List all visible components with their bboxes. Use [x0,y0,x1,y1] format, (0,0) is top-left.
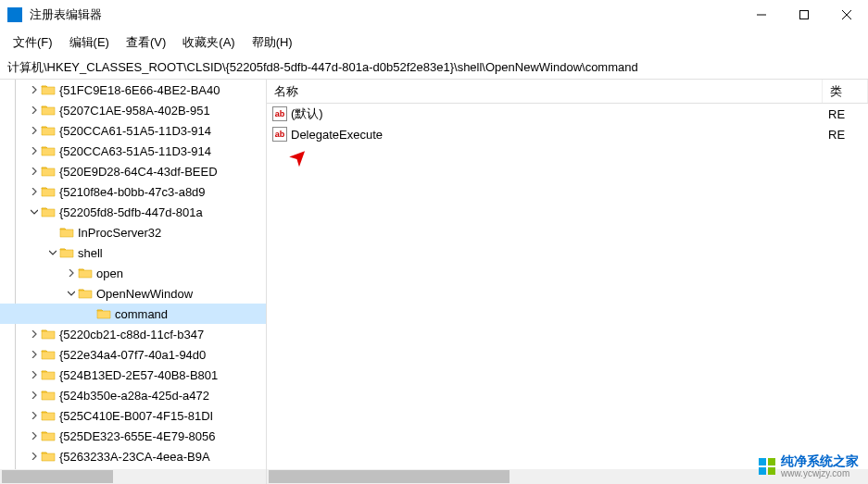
chevron-right-icon[interactable] [28,165,41,178]
folder-icon [41,389,56,402]
menu-file[interactable]: 文件(F) [6,31,60,55]
folder-icon [41,185,56,198]
tree-item[interactable]: {520CCA61-51A5-11D3-914 [0,120,266,141]
list-scrollbar[interactable] [267,469,868,484]
tree-item[interactable]: {52205fd8-5dfb-447d-801a [0,202,266,222]
titlebar: 注册表编辑器 [0,0,868,30]
tree-item[interactable]: InProcServer32 [0,222,266,242]
tree-item[interactable]: {520CCA63-51A5-11D3-914 [0,141,266,161]
string-value-icon: ab [272,106,287,121]
no-expander-icon [46,226,59,239]
close-button[interactable] [825,0,868,30]
tree-item[interactable]: {525C410E-B007-4F15-81DI [0,405,266,426]
list-body: ab(默认)REabDelegateExecuteRE [267,104,868,144]
tree-item[interactable]: command [0,304,266,324]
tree-item[interactable]: {51FC9E18-6E66-4BE2-BA40 [0,80,266,100]
column-type[interactable]: 类 [823,80,868,103]
tree-item[interactable]: {5207C1AE-958A-402B-951 [0,100,266,120]
tree-item-label: {5220cb21-c88d-11cf-b347 [59,328,204,341]
folder-icon [41,429,56,442]
menu-edit[interactable]: 编辑(E) [62,31,117,55]
tree-item-label: {525DE323-655E-4E79-8056 [59,429,215,443]
tree-item-label: {525C410E-B007-4F15-81DI [59,409,213,423]
tree-scrollbar[interactable] [0,469,266,484]
folder-icon [41,368,56,381]
tree-item[interactable]: {520E9D28-64C4-43df-BEED [0,161,266,181]
folder-icon [41,205,56,218]
chevron-right-icon[interactable] [28,409,41,422]
tree-item-label: {51FC9E18-6E66-4BE2-BA40 [59,83,220,97]
content-area: {51FC9E18-6E66-4BE2-BA40{5207C1AE-958A-4… [0,80,868,484]
tree-item-label: {522e34a4-07f7-40a1-94d0 [59,348,206,362]
tree-item[interactable]: {524b350e-a28a-425d-a472 [0,385,266,405]
tree-view[interactable]: {51FC9E18-6E66-4BE2-BA40{5207C1AE-958A-4… [0,80,266,469]
folder-icon [41,348,56,361]
address-path: 计算机\HKEY_CLASSES_ROOT\CLSID\{52205fd8-5d… [7,59,638,76]
address-bar[interactable]: 计算机\HKEY_CLASSES_ROOT\CLSID\{52205fd8-5d… [0,56,868,80]
tree-item[interactable]: {5220cb21-c88d-11cf-b347 [0,324,266,344]
chevron-right-icon[interactable] [65,267,78,279]
chevron-right-icon[interactable] [28,83,41,96]
tree-item-label: shell [78,246,103,260]
window-controls [740,0,868,30]
folder-icon [96,307,111,320]
folder-icon [41,124,56,137]
folder-icon [59,246,74,259]
string-value-icon: ab [272,127,287,142]
tree-item-label: InProcServer32 [78,226,161,240]
folder-icon [78,267,93,279]
folder-icon [41,83,56,96]
chevron-right-icon[interactable] [28,368,41,381]
chevron-right-icon[interactable] [28,328,41,341]
value-name: DelegateExecute [291,128,383,142]
chevron-right-icon[interactable] [28,185,41,198]
value-name: (默认) [291,105,323,122]
tree-item[interactable]: {5210f8e4-b0bb-47c3-a8d9 [0,181,266,202]
app-icon [7,7,22,22]
tree-item[interactable]: {525DE323-655E-4E79-8056 [0,426,266,446]
tree-item[interactable]: shell [0,242,266,263]
list-row[interactable]: ab(默认)RE [267,104,868,124]
tree-item[interactable]: {522e34a4-07f7-40a1-94d0 [0,344,266,365]
chevron-right-icon[interactable] [28,389,41,402]
list-panel: 名称 类 ab(默认)REabDelegateExecuteRE [267,80,868,484]
value-type: RE [828,107,845,121]
chevron-down-icon[interactable] [46,246,59,259]
chevron-right-icon[interactable] [28,124,41,137]
list-row[interactable]: abDelegateExecuteRE [267,124,868,144]
menu-help[interactable]: 帮助(H) [245,31,300,55]
column-name[interactable]: 名称 [267,80,823,103]
maximize-button[interactable] [783,0,825,30]
tree-item-label: OpenNewWindow [96,287,193,301]
chevron-right-icon[interactable] [28,104,41,117]
tree-item[interactable]: {524B13ED-2E57-40B8-B801 [0,365,266,385]
chevron-down-icon[interactable] [65,287,78,300]
tree-item-label: {5210f8e4-b0bb-47c3-a8d9 [59,185,206,199]
tree-item[interactable]: open [0,263,266,283]
tree-item-label: {5263233A-23CA-4eea-B9A [59,450,210,464]
tree-item[interactable]: OpenNewWindow [0,283,266,304]
folder-icon [41,328,56,341]
folder-icon [41,165,56,178]
svg-rect-1 [800,11,809,19]
folder-icon [59,226,74,239]
chevron-down-icon[interactable] [28,205,41,218]
tree-item-label: command [115,307,168,321]
minimize-button[interactable] [740,0,783,30]
tree-item-label: {52205fd8-5dfb-447d-801a [59,205,203,219]
chevron-right-icon[interactable] [28,348,41,361]
chevron-right-icon[interactable] [28,429,41,442]
no-expander-icon [83,307,96,320]
menu-view[interactable]: 查看(V) [119,31,173,55]
tree-item-label: {520CCA61-51A5-11D3-914 [59,124,211,138]
folder-icon [41,450,56,463]
value-type: RE [828,128,845,142]
tree-item[interactable]: {5263233A-23CA-4eea-B9A [0,446,266,466]
folder-icon [41,104,56,117]
chevron-right-icon[interactable] [28,144,41,157]
chevron-right-icon[interactable] [28,450,41,463]
tree-item-label: {5207C1AE-958A-402B-951 [59,104,210,118]
folder-icon [78,287,93,300]
menu-favorites[interactable]: 收藏夹(A) [175,31,242,55]
window-title: 注册表编辑器 [30,6,740,23]
